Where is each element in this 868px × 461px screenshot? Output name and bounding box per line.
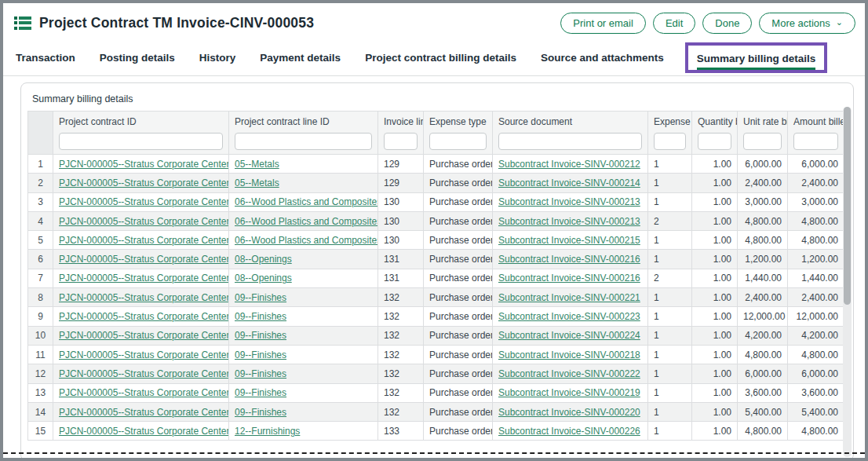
source-document-link[interactable]: Subcontract Invoice-SINV-000213 bbox=[498, 196, 640, 207]
print-or-email-button[interactable]: Print or email bbox=[560, 13, 646, 34]
row-number: 10 bbox=[28, 326, 53, 345]
source-document-link[interactable]: Subcontract Invoice-SINV-000216 bbox=[498, 254, 640, 265]
filter-source-document-input[interactable] bbox=[498, 133, 642, 150]
project-contract-id-link[interactable]: PJCN-000005--Stratus Corporate Center bbox=[59, 159, 229, 170]
invoice-line-number-cell: 133 bbox=[378, 422, 424, 441]
table-row: 3PJCN-000005--Stratus Corporate Center06… bbox=[28, 192, 844, 211]
project-contract-line-id-link[interactable]: 08--Openings bbox=[235, 273, 292, 284]
expense-line-number-cell: 1 bbox=[648, 422, 692, 441]
project-contract-id-link[interactable]: PJCN-000005--Stratus Corporate Center bbox=[59, 273, 229, 284]
project-contract-line-id-link[interactable]: 06--Wood Plastics and Composites bbox=[235, 235, 378, 246]
project-contract-line-id-link[interactable]: 09--Finishes bbox=[235, 330, 286, 341]
project-contract-id-link[interactable]: PJCN-000005--Stratus Corporate Center bbox=[59, 254, 229, 265]
project-contract-line-id-link[interactable]: 09--Finishes bbox=[235, 349, 286, 360]
project-contract-line-id-link[interactable]: 09--Finishes bbox=[235, 368, 286, 379]
quantity-billed-cell: 1.00 bbox=[692, 174, 738, 192]
done-button[interactable]: Done bbox=[702, 13, 752, 34]
filter-project-contract-id-input[interactable] bbox=[59, 133, 223, 150]
amount-billed-cell: 3,600.00 bbox=[788, 383, 844, 402]
invoice-line-number-cell: 132 bbox=[378, 288, 424, 307]
project-contract-id-link[interactable]: PJCN-000005--Stratus Corporate Center bbox=[59, 426, 229, 437]
tab-summary-billing-details[interactable]: Summary billing details bbox=[697, 53, 816, 64]
project-contract-line-id-link[interactable]: 09--Finishes bbox=[235, 311, 286, 322]
project-contract-id-link[interactable]: PJCN-000005--Stratus Corporate Center bbox=[59, 368, 229, 379]
amount-billed-cell: 4,800.00 bbox=[788, 231, 844, 250]
filter-amount-billed-input[interactable] bbox=[793, 133, 838, 150]
project-contract-line-id-link[interactable]: 05--Metals bbox=[235, 159, 279, 170]
row-number: 7 bbox=[28, 269, 53, 287]
project-contract-id-link[interactable]: PJCN-000005--Stratus Corporate Center bbox=[59, 387, 229, 398]
filter-invoice-line-number-input[interactable] bbox=[384, 133, 418, 150]
expense-type-cell: Purchase order bbox=[424, 383, 493, 402]
unit-rate-billed-cell: 4,200.00 bbox=[738, 326, 788, 345]
crop-dashed-line bbox=[3, 452, 865, 454]
expense-type-cell: Purchase order bbox=[424, 422, 493, 441]
tab-transaction[interactable]: Transaction bbox=[16, 52, 75, 64]
expense-line-number-cell: 1 bbox=[648, 364, 692, 383]
expense-type-cell: Purchase order bbox=[424, 402, 493, 421]
project-contract-id-link[interactable]: PJCN-000005--Stratus Corporate Center bbox=[59, 407, 229, 418]
row-number: 14 bbox=[28, 402, 53, 421]
tab-source-and-attachments[interactable]: Source and attachments bbox=[541, 52, 664, 64]
filter-unit-rate-billed-input[interactable] bbox=[743, 133, 782, 150]
col-project-contract-id: Project contract ID bbox=[53, 112, 229, 155]
project-contract-id-link[interactable]: PJCN-000005--Stratus Corporate Center bbox=[59, 292, 229, 303]
filter-quantity-billed-input[interactable] bbox=[698, 133, 731, 150]
invoice-line-number-cell: 132 bbox=[378, 402, 424, 421]
source-document-link[interactable]: Subcontract Invoice-SINV-000221 bbox=[498, 292, 640, 303]
source-document-link[interactable]: Subcontract Invoice-SINV-000226 bbox=[498, 426, 640, 437]
project-contract-line-id-link[interactable]: 09--Finishes bbox=[235, 407, 286, 418]
edit-button[interactable]: Edit bbox=[653, 13, 695, 34]
filter-expense-line-number-input[interactable] bbox=[654, 133, 686, 150]
source-document-link[interactable]: Subcontract Invoice-SINV-000215 bbox=[498, 235, 640, 246]
project-contract-line-id-link[interactable]: 12--Furnishings bbox=[235, 426, 300, 437]
source-document-link[interactable]: Subcontract Invoice-SINV-000224 bbox=[498, 330, 640, 341]
table-row: 4PJCN-000005--Stratus Corporate Center06… bbox=[28, 211, 844, 230]
project-contract-line-id-link[interactable]: 05--Metals bbox=[235, 177, 279, 188]
tabs-divider bbox=[3, 75, 865, 76]
expense-line-number-cell: 1 bbox=[648, 402, 692, 421]
expense-line-number-cell: 1 bbox=[648, 231, 692, 250]
source-document-link[interactable]: Subcontract Invoice-SINV-000223 bbox=[498, 311, 640, 322]
source-document-link[interactable]: Subcontract Invoice-SINV-000212 bbox=[498, 159, 640, 170]
source-document-link[interactable]: Subcontract Invoice-SINV-000213 bbox=[498, 216, 640, 227]
project-contract-id-link[interactable]: PJCN-000005--Stratus Corporate Center bbox=[59, 311, 229, 322]
project-contract-id-link[interactable]: PJCN-000005--Stratus Corporate Center bbox=[59, 216, 229, 227]
scrollbar-thumb[interactable] bbox=[844, 107, 851, 305]
project-contract-id-link[interactable]: PJCN-000005--Stratus Corporate Center bbox=[59, 196, 229, 207]
expense-line-number-cell: 1 bbox=[648, 192, 692, 211]
source-document-link[interactable]: Subcontract Invoice-SINV-000216 bbox=[498, 273, 640, 284]
tab-posting-details[interactable]: Posting details bbox=[100, 52, 175, 64]
project-contract-line-id-link[interactable]: 06--Wood Plastics and Composites bbox=[235, 216, 378, 227]
unit-rate-billed-cell: 4,800.00 bbox=[738, 231, 788, 250]
tab-project-contract-billing-details[interactable]: Project contract billing details bbox=[365, 52, 516, 64]
tab-history[interactable]: History bbox=[199, 52, 236, 64]
source-document-link[interactable]: Subcontract Invoice-SINV-000220 bbox=[498, 407, 640, 418]
tab-bar: Transaction Posting details History Paym… bbox=[16, 42, 865, 72]
source-document-link[interactable]: Subcontract Invoice-SINV-000222 bbox=[498, 368, 640, 379]
project-contract-line-id-link[interactable]: 09--Finishes bbox=[235, 387, 286, 398]
project-contract-line-id-link[interactable]: 09--Finishes bbox=[235, 292, 286, 303]
project-contract-id-link[interactable]: PJCN-000005--Stratus Corporate Center bbox=[59, 177, 229, 188]
filter-expense-type-input[interactable] bbox=[429, 133, 487, 150]
source-document-link[interactable]: Subcontract Invoice-SINV-000214 bbox=[498, 177, 640, 188]
row-number: 5 bbox=[28, 231, 53, 250]
source-document-link[interactable]: Subcontract Invoice-SINV-000219 bbox=[498, 387, 640, 398]
filter-project-contract-line-id-input[interactable] bbox=[235, 133, 372, 150]
project-contract-line-id-link[interactable]: 06--Wood Plastics and Composites bbox=[235, 196, 378, 207]
table-row: 1PJCN-000005--Stratus Corporate Center05… bbox=[28, 155, 844, 174]
amount-billed-cell: 12,000.00 bbox=[788, 307, 844, 326]
project-contract-id-link[interactable]: PJCN-000005--Stratus Corporate Center bbox=[59, 330, 229, 341]
row-number: 4 bbox=[28, 211, 53, 230]
more-actions-button[interactable]: More actions ⌄ bbox=[759, 13, 855, 34]
tab-payment-details[interactable]: Payment details bbox=[260, 52, 341, 64]
table-scrollbar[interactable] bbox=[843, 107, 852, 457]
source-document-link[interactable]: Subcontract Invoice-SINV-000218 bbox=[498, 349, 640, 360]
project-contract-id-link[interactable]: PJCN-000005--Stratus Corporate Center bbox=[59, 235, 229, 246]
project-contract-id-link[interactable]: PJCN-000005--Stratus Corporate Center bbox=[59, 349, 229, 360]
project-contract-line-id-link[interactable]: 08--Openings bbox=[235, 254, 292, 265]
expense-type-cell: Purchase order bbox=[424, 269, 493, 287]
app-window: Project Contract TM Invoice-CINV-000053 … bbox=[0, 0, 868, 461]
list-icon[interactable] bbox=[14, 16, 31, 30]
expense-type-cell: Purchase order bbox=[424, 326, 493, 345]
